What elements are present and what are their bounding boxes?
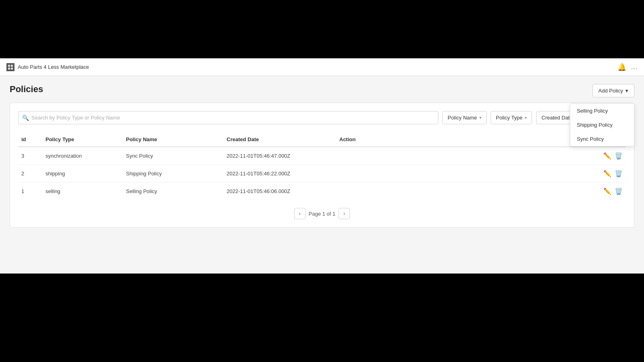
page-content: Policies Add Policy ▾ Selling Policy Shi…	[0, 76, 644, 236]
bottom-black-bar	[0, 274, 644, 362]
table-header: id Policy Type Policy Name Created Date …	[18, 132, 626, 147]
header-left: Auto Parts 4 Less Marketplace	[6, 63, 89, 71]
svg-rect-3	[11, 68, 13, 70]
edit-button[interactable]: ✏️	[603, 170, 611, 177]
page-title: Policies	[10, 84, 634, 95]
table-row: 3 synchronization Sync Policy 2022-11-01…	[18, 147, 626, 165]
cell-action: ✏️ 🗑️	[336, 183, 626, 200]
col-header-policy-name: Policy Name	[123, 132, 223, 147]
table-body: 3 synchronization Sync Policy 2022-11-01…	[18, 147, 626, 200]
cell-action: ✏️ 🗑️	[336, 165, 626, 183]
edit-button[interactable]: ✏️	[603, 187, 611, 195]
chevron-down-icon: ▾	[625, 88, 628, 94]
prev-page-button[interactable]: ‹	[294, 208, 305, 219]
cell-date: 2022-11-01T05:46:06.000Z	[223, 183, 336, 200]
cell-id: 3	[18, 147, 42, 165]
table-row: 2 shipping Shipping Policy 2022-11-01T05…	[18, 165, 626, 183]
more-icon[interactable]: ...	[631, 64, 638, 71]
header-bar: Auto Parts 4 Less Marketplace 🔔 ...	[0, 58, 644, 76]
header-right: 🔔 ...	[617, 63, 638, 72]
cell-type: shipping	[42, 165, 123, 183]
chevron-right-icon: ›	[343, 211, 345, 216]
svg-rect-1	[11, 65, 13, 67]
bell-icon[interactable]: 🔔	[617, 63, 626, 72]
search-input[interactable]	[18, 111, 438, 124]
app-container: Auto Parts 4 Less Marketplace 🔔 ... Poli…	[0, 58, 644, 274]
cell-id: 1	[18, 183, 42, 200]
app-title: Auto Parts 4 Less Marketplace	[18, 64, 89, 70]
cell-name: Shipping Policy	[123, 165, 223, 183]
grid-icon	[6, 63, 14, 71]
policy-name-filter[interactable]: Policy Name ▾	[442, 111, 487, 124]
top-black-bar	[0, 0, 644, 58]
pagination: ‹ Page 1 of 1 ›	[18, 208, 626, 219]
policy-type-filter[interactable]: Policy Type ▾	[491, 111, 532, 124]
cell-date: 2022-11-01T05:46:22.000Z	[223, 165, 336, 183]
table-row: 1 selling Selling Policy 2022-11-01T05:4…	[18, 183, 626, 200]
cell-type: selling	[42, 183, 123, 200]
chevron-left-icon: ‹	[299, 211, 301, 216]
next-page-button[interactable]: ›	[339, 208, 350, 219]
table-container: 🔍 Policy Name ▾ Policy Type ▾ Created Da…	[10, 103, 634, 228]
col-header-policy-type: Policy Type	[42, 132, 123, 147]
action-buttons: ✏️ 🗑️	[339, 187, 623, 195]
dropdown-item-sync-policy[interactable]: Sync Policy	[570, 132, 634, 146]
svg-rect-0	[8, 65, 10, 67]
search-icon: 🔍	[22, 115, 29, 121]
cell-type: synchronization	[42, 147, 123, 165]
cell-name: Selling Policy	[123, 183, 223, 200]
add-policy-button[interactable]: Add Policy ▾	[592, 84, 634, 97]
col-header-id: id	[18, 132, 42, 147]
chevron-down-icon: ▾	[479, 115, 481, 120]
dropdown-item-selling-policy[interactable]: Selling Policy	[570, 104, 634, 118]
cell-action: ✏️ 🗑️	[336, 147, 626, 165]
cell-id: 2	[18, 165, 42, 183]
action-buttons: ✏️ 🗑️	[339, 170, 623, 177]
delete-button[interactable]: 🗑️	[615, 152, 623, 160]
svg-rect-2	[8, 68, 10, 70]
search-wrapper: 🔍	[18, 111, 438, 124]
cell-name: Sync Policy	[123, 147, 223, 165]
policies-table: id Policy Type Policy Name Created Date …	[18, 132, 626, 200]
cell-date: 2022-11-01T05:46:47.000Z	[223, 147, 336, 165]
add-policy-dropdown: Selling Policy Shipping Policy Sync Poli…	[570, 103, 634, 146]
chevron-down-icon: ▾	[525, 115, 527, 120]
action-buttons: ✏️ 🗑️	[339, 152, 623, 160]
delete-button[interactable]: 🗑️	[615, 187, 623, 195]
page-info: Page 1 of 1	[309, 211, 336, 217]
dropdown-item-shipping-policy[interactable]: Shipping Policy	[570, 118, 634, 132]
filters-row: 🔍 Policy Name ▾ Policy Type ▾ Created Da…	[18, 111, 626, 124]
edit-button[interactable]: ✏️	[603, 152, 611, 160]
delete-button[interactable]: 🗑️	[615, 170, 623, 177]
col-header-created-date: Created Date	[223, 132, 336, 147]
